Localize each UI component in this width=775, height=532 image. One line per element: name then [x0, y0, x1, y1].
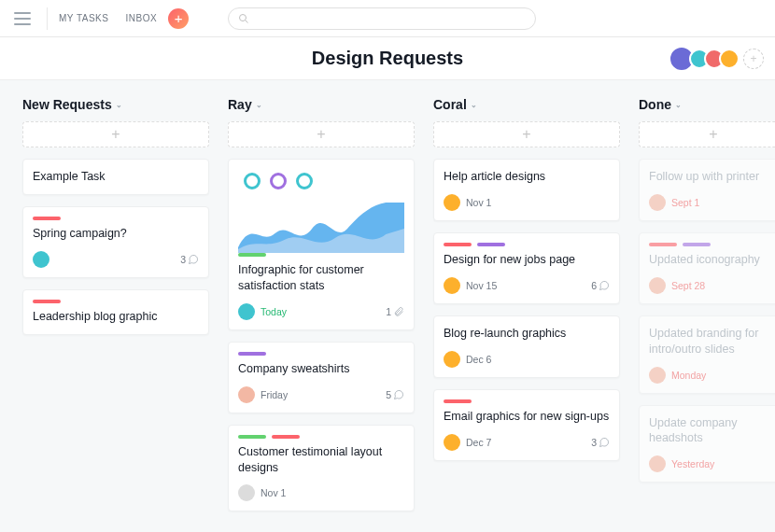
- tag: [683, 243, 711, 246]
- avatar[interactable]: [719, 49, 740, 69]
- tag-row: [444, 399, 610, 403]
- comment-count: 5: [386, 389, 404, 400]
- avatar: [649, 455, 666, 472]
- search-icon: [238, 13, 249, 24]
- card-meta: Dec 73: [444, 434, 610, 451]
- card-meta: Sept 28: [649, 277, 775, 294]
- avatar: [444, 194, 460, 211]
- attachment-count: 1: [386, 306, 404, 317]
- card-image: [238, 169, 404, 253]
- svg-point-0: [240, 14, 247, 21]
- card-title: Help article designs: [444, 169, 610, 185]
- tag: [238, 253, 266, 257]
- add-card-button[interactable]: +: [639, 121, 775, 147]
- collaborators: +: [674, 46, 764, 72]
- tag-row: [649, 243, 775, 246]
- card-title: Leadership blog graphic: [33, 309, 199, 325]
- column: New Requests⌄+Example TaskSpring campaig…: [22, 97, 209, 515]
- due-date: Nov 15: [466, 280, 497, 291]
- due-date: Nov 1: [466, 197, 491, 208]
- card-title: Email graphics for new sign-ups: [444, 409, 610, 425]
- add-collaborator-button[interactable]: +: [743, 49, 764, 69]
- column-title: Ray: [228, 97, 252, 112]
- task-card[interactable]: Help article designsNov 1: [433, 159, 620, 221]
- page-title: Design Requests: [312, 48, 463, 69]
- tag: [477, 243, 505, 246]
- card-meta: Nov 1: [444, 194, 610, 211]
- task-card[interactable]: Infographic for customer satisfaction st…: [228, 159, 415, 330]
- due-date: Today: [261, 306, 287, 317]
- tag: [238, 435, 266, 439]
- nav-inbox[interactable]: INBOX: [125, 13, 157, 23]
- card-title: Customer testimonial layout designs: [238, 444, 404, 476]
- divider: [47, 7, 48, 30]
- tag: [33, 217, 61, 220]
- tag: [238, 352, 266, 356]
- task-card[interactable]: Email graphics for new sign-upsDec 73: [433, 389, 620, 461]
- avatar: [238, 303, 255, 320]
- task-card[interactable]: Design for new jobs pageNov 156: [433, 232, 620, 304]
- avatar: [444, 351, 460, 368]
- comment-count: 6: [591, 280, 610, 291]
- add-card-button[interactable]: +: [22, 121, 209, 147]
- task-card[interactable]: Update company headshotsYesterday: [639, 405, 775, 483]
- tag: [272, 435, 300, 439]
- avatar: [238, 386, 255, 403]
- task-card[interactable]: Example Task: [22, 159, 209, 195]
- card-meta: Friday5: [238, 386, 404, 403]
- tag: [444, 243, 472, 246]
- add-card-button[interactable]: +: [228, 121, 415, 147]
- chevron-down-icon: ⌄: [256, 101, 262, 109]
- tag-row: [33, 300, 199, 303]
- task-card[interactable]: Updated iconographySept 28: [639, 232, 775, 304]
- card-title: Company sweatshirts: [238, 361, 404, 377]
- column-header[interactable]: New Requests⌄: [22, 97, 209, 112]
- card-title: Updated iconography: [649, 252, 775, 268]
- due-date: Dec 6: [466, 354, 491, 365]
- add-button[interactable]: +: [168, 8, 189, 29]
- search-input[interactable]: [228, 7, 536, 30]
- tag-row: [33, 217, 199, 220]
- card-meta: Sept 1: [649, 194, 775, 211]
- task-card[interactable]: Follow up with printerSept 1: [639, 159, 775, 221]
- column-header[interactable]: Done⌄: [639, 97, 775, 112]
- add-card-button[interactable]: +: [433, 121, 620, 147]
- card-meta: 3: [33, 251, 199, 268]
- task-card[interactable]: Customer testimonial layout designsNov 1: [228, 425, 415, 512]
- task-card[interactable]: Blog re-launch graphicsDec 6: [433, 315, 620, 378]
- due-date: Sept 1: [671, 197, 699, 208]
- due-date: Sept 28: [671, 280, 705, 291]
- top-bar: MY TASKS INBOX +: [0, 0, 775, 37]
- due-date: Friday: [261, 389, 288, 400]
- column-header[interactable]: Coral⌄: [433, 97, 620, 112]
- menu-icon[interactable]: [9, 6, 35, 32]
- task-card[interactable]: Spring campaign?3: [22, 206, 209, 278]
- task-card[interactable]: Updated branding for intro/outro slidesM…: [639, 315, 775, 394]
- card-title: Blog re-launch graphics: [444, 326, 610, 342]
- avatar: [238, 484, 255, 501]
- due-date: Nov 1: [261, 487, 286, 498]
- task-card[interactable]: Leadership blog graphic: [22, 289, 209, 335]
- column-title: Coral: [433, 97, 467, 112]
- chevron-down-icon: ⌄: [675, 101, 682, 109]
- avatar: [649, 194, 666, 211]
- column: Coral⌄+Help article designsNov 1Design f…: [433, 97, 620, 515]
- tag: [444, 399, 472, 403]
- avatar: [444, 434, 460, 451]
- nav-my-tasks[interactable]: MY TASKS: [59, 13, 108, 23]
- card-meta: Today1: [238, 303, 404, 320]
- column-title: Done: [639, 97, 671, 112]
- column: Ray⌄+Infographic for customer satisfacti…: [228, 97, 415, 515]
- card-meta: Yesterday: [649, 455, 775, 472]
- card-title: Infographic for customer satisfaction st…: [238, 262, 404, 294]
- comment-count: 3: [180, 254, 199, 265]
- task-card[interactable]: Company sweatshirtsFriday5: [228, 342, 415, 413]
- card-title: Design for new jobs page: [444, 252, 610, 268]
- board: New Requests⌄+Example TaskSpring campaig…: [0, 80, 775, 532]
- card-title: Spring campaign?: [33, 226, 199, 242]
- column-header[interactable]: Ray⌄: [228, 97, 415, 112]
- due-date: Monday: [671, 370, 706, 381]
- card-title: Example Task: [33, 169, 199, 185]
- chevron-down-icon: ⌄: [471, 101, 477, 109]
- card-title: Follow up with printer: [649, 169, 775, 185]
